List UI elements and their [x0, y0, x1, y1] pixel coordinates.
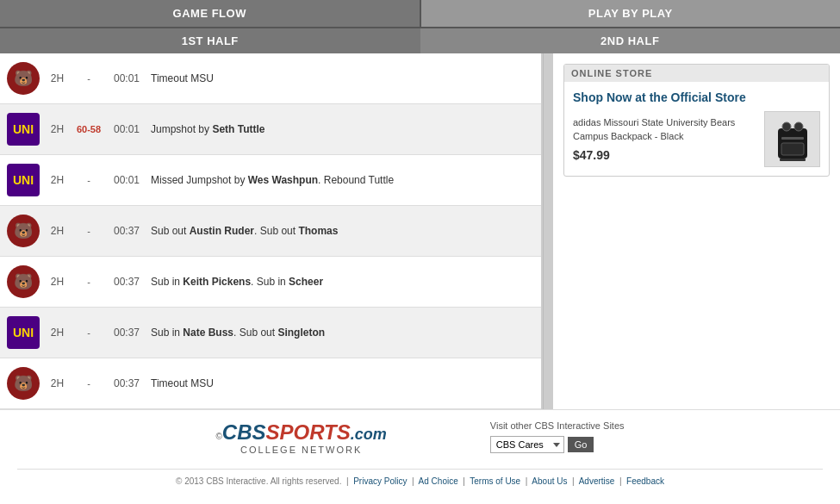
table-row: 🐻 2H - 00:37 Sub out Austin Ruder. Sub o… — [0, 206, 541, 257]
shop-now-heading[interactable]: Shop Now at the Official Store — [573, 90, 820, 104]
store-title: ONLINE STORE — [564, 65, 829, 82]
footer: © CBS SPORTS .com COLLEGE NETWORK Visit … — [0, 409, 840, 496]
product-price: $47.99 — [573, 148, 756, 162]
score-badge: - — [68, 277, 109, 287]
time-label: 00:01 — [109, 123, 144, 135]
msu-logo: 🐻 — [7, 62, 40, 95]
score-badge: - — [68, 327, 109, 338]
table-row: UNI 2H - 00:37 Sub in Nate Buss. Sub out… — [0, 308, 541, 358]
college-network-label: COLLEGE NETWORK — [215, 445, 386, 455]
cbs-text: CBS — [222, 420, 266, 445]
copyright-bar: © 2013 CBS Interactive. All rights reser… — [17, 469, 823, 486]
advertise-link[interactable]: Advertise — [579, 476, 615, 486]
backpack-icon — [771, 115, 814, 163]
half-label: 2H — [47, 174, 68, 186]
cbs-sites-dropdown[interactable]: CBS Cares CBS News CBS Sports CNET — [490, 436, 564, 453]
table-row: 🐻 2H - 00:01 Timeout MSU — [0, 53, 541, 104]
play-desc: Timeout MSU — [144, 377, 534, 389]
dotcom-text: .com — [351, 426, 387, 444]
table-row: UNI 2H 60-58 00:01 Jumpshot by Seth Tutt… — [0, 104, 541, 155]
score-badge: - — [68, 175, 109, 185]
play-desc: Sub in Nate Buss. Sub out Singleton — [144, 327, 534, 339]
product-details: adidas Missouri State University Bears C… — [573, 116, 756, 162]
tab-game-flow[interactable]: GAME FLOW — [0, 0, 420, 27]
svg-rect-4 — [781, 143, 804, 155]
time-label: 00:37 — [109, 327, 144, 339]
product-image — [764, 111, 820, 167]
half-row: 1ST HALF 2ND HALF — [0, 28, 840, 53]
play-desc: Sub out Austin Ruder. Sub out Thomas — [144, 225, 534, 237]
about-us-link[interactable]: About Us — [532, 476, 567, 486]
score-badge: - — [68, 73, 109, 84]
msu-logo: 🐻 — [7, 367, 40, 400]
uni-logo: UNI — [7, 316, 40, 349]
play-desc: Missed Jumpshot by Wes Washpun. Rebound … — [144, 174, 534, 186]
copyright-symbol: © — [215, 432, 221, 441]
half-label: 2H — [47, 327, 68, 339]
online-store-box: ONLINE STORE Shop Now at the Official St… — [563, 64, 830, 177]
half-1st[interactable]: 1ST HALF — [0, 28, 420, 53]
feedback-link[interactable]: Feedback — [626, 476, 664, 486]
go-button[interactable]: Go — [568, 437, 594, 452]
ad-choice-link[interactable]: Ad Choice — [419, 476, 458, 486]
msu-logo: 🐻 — [7, 265, 40, 298]
tabs-row: GAME FLOW PLAY BY PLAY — [0, 0, 840, 28]
time-label: 00:01 — [109, 174, 144, 186]
svg-rect-2 — [794, 122, 803, 131]
play-desc: Jumpshot by Seth Tuttle — [144, 123, 534, 135]
play-desc: Timeout MSU — [144, 72, 534, 84]
time-label: 00:37 — [109, 276, 144, 288]
scrollbar[interactable] — [543, 53, 553, 409]
table-row: 🐻 2H - 00:37 Sub in Keith Pickens. Sub i… — [0, 257, 541, 308]
product-name: adidas Missouri State University Bears C… — [573, 116, 756, 143]
table-row: 🐻 2H - 00:37 Timeout MSU — [0, 358, 541, 409]
tab-play-by-play[interactable]: PLAY BY PLAY — [421, 0, 841, 27]
half-label: 2H — [47, 276, 68, 288]
table-row: UNI 2H - 00:01 Missed Jumpshot by Wes Wa… — [0, 155, 541, 206]
half-label: 2H — [47, 377, 68, 389]
uni-logo: UNI — [7, 164, 40, 196]
product-area: adidas Missouri State University Bears C… — [573, 111, 820, 167]
half-label: 2H — [47, 123, 68, 135]
sports-text: SPORTS — [266, 420, 351, 445]
copyright-text: © 2013 CBS Interactive. All rights reser… — [176, 476, 341, 486]
half-label: 2H — [47, 225, 68, 237]
half-2nd[interactable]: 2ND HALF — [420, 28, 841, 53]
half-label: 2H — [47, 72, 68, 84]
svg-rect-1 — [782, 122, 791, 131]
msu-logo: 🐻 — [7, 215, 40, 247]
terms-of-use-link[interactable]: Terms of Use — [470, 476, 520, 486]
svg-rect-5 — [780, 159, 806, 161]
time-label: 00:01 — [109, 72, 144, 84]
privacy-policy-link[interactable]: Privacy Policy — [353, 476, 407, 486]
cbs-logo: © CBS SPORTS .com COLLEGE NETWORK — [215, 420, 386, 455]
footer-links-area: Visit other CBS Interactive Sites CBS Ca… — [490, 420, 625, 453]
cbs-select-row: CBS Cares CBS News CBS Sports CNET Go — [490, 436, 625, 453]
score-badge: - — [68, 378, 109, 389]
uni-logo: UNI — [7, 113, 40, 146]
score-badge: 60-58 — [68, 124, 109, 134]
svg-rect-3 — [781, 137, 804, 140]
play-desc: Sub in Keith Pickens. Sub in Scheer — [144, 276, 534, 288]
play-table: 🐻 2H - 00:01 Timeout MSU UNI 2H 60-58 00… — [0, 53, 543, 409]
sidebar: ONLINE STORE Shop Now at the Official St… — [553, 53, 840, 409]
main-layout: 🐻 2H - 00:01 Timeout MSU UNI 2H 60-58 00… — [0, 53, 840, 409]
time-label: 00:37 — [109, 377, 144, 389]
score-badge: - — [68, 226, 109, 236]
visit-text: Visit other CBS Interactive Sites — [490, 420, 625, 431]
time-label: 00:37 — [109, 225, 144, 237]
